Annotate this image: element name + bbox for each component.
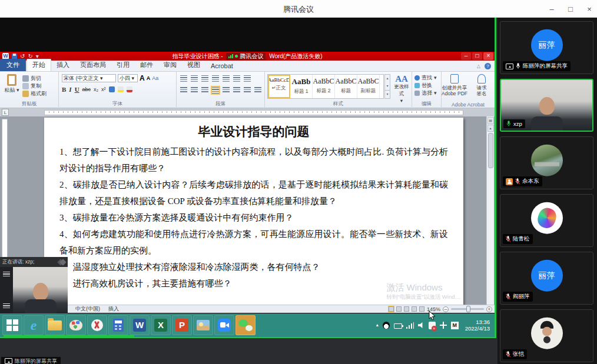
taskbar-wechat[interactable]: [236, 315, 256, 335]
start-button[interactable]: [2, 315, 22, 335]
participant-tile-screenshare[interactable]: 丽萍 陈丽萍的屏幕共享: [500, 21, 593, 74]
speaker-overlay[interactable]: 正在讲话: xzp;: [0, 257, 68, 313]
shading-icon[interactable]: [244, 87, 251, 93]
input-method-icon[interactable]: M: [451, 322, 459, 329]
align-center-icon[interactable]: [191, 87, 198, 93]
action-center-icon[interactable]: [429, 322, 436, 329]
show-marks-icon[interactable]: [244, 75, 251, 82]
scrollbar-thumb[interactable]: [488, 133, 493, 168]
tab-acrobat[interactable]: Acrobat: [205, 61, 238, 71]
line-spacing-icon[interactable]: [233, 87, 240, 93]
view-web-icon[interactable]: [404, 306, 409, 312]
style-normal[interactable]: AaBbCcDd ↵正文: [268, 75, 290, 98]
taskbar-clock[interactable]: 13:36 2022/4/13: [465, 319, 490, 332]
change-styles-button[interactable]: AA 更改样式 ▾: [392, 74, 411, 103]
taskbar-tencent-meeting[interactable]: [214, 315, 234, 335]
taskbar-paint[interactable]: [66, 315, 86, 335]
subscript-button[interactable]: x₂: [94, 86, 98, 92]
tab-home[interactable]: 开始: [26, 59, 51, 71]
request-signature-button[interactable]: 请求 签名: [469, 74, 495, 96]
close-icon[interactable]: ×: [585, 5, 593, 14]
tab-view[interactable]: 视图: [182, 59, 205, 71]
style-heading2[interactable]: AaBbC 标题 2: [313, 75, 335, 98]
bullets-icon[interactable]: [180, 75, 187, 82]
status-language[interactable]: 中文(中国): [75, 305, 100, 313]
underline-button[interactable]: U: [75, 86, 79, 93]
menu-icon[interactable]: [3, 272, 10, 277]
help-icon[interactable]: ?: [485, 63, 491, 69]
format-painter-button[interactable]: 格式刷: [22, 90, 47, 98]
taskbar-excel[interactable]: X: [151, 315, 171, 335]
redo-icon[interactable]: ↻: [28, 54, 32, 59]
font-size-select[interactable]: 小四 ▾: [118, 74, 138, 82]
zoom-out-button[interactable]: –: [443, 306, 449, 312]
taskbar-internet-explorer[interactable]: e: [24, 315, 44, 335]
document-page[interactable]: 毕业设计指导的问题 1、想了解一下设计院目前施工图设计的设计内容和流程，以及每部…: [44, 118, 463, 305]
strikethrough-button[interactable]: abc: [82, 86, 91, 92]
italic-button[interactable]: I: [69, 86, 71, 93]
qat-dropdown-icon[interactable]: ▾: [36, 54, 39, 59]
select-button[interactable]: 选择 ▾: [414, 89, 437, 97]
taskbar-calculator[interactable]: [108, 315, 128, 335]
paste-button[interactable]: 粘贴 ▾: [4, 74, 20, 99]
qq-tray-icon[interactable]: [383, 322, 390, 329]
cut-button[interactable]: 剪切: [22, 75, 47, 82]
participant-tile-luqingsong[interactable]: 陆青松: [500, 194, 593, 247]
word-restore-icon[interactable]: □: [472, 52, 482, 60]
tab-page-layout[interactable]: 页面布局: [75, 59, 111, 71]
view-outline-icon[interactable]: [412, 306, 417, 312]
tab-references[interactable]: 引用: [111, 59, 135, 71]
ruler-toggle-icon[interactable]: ▤: [487, 117, 494, 124]
justify-icon[interactable]: [212, 87, 219, 93]
shrink-font-button[interactable]: A: [147, 75, 151, 81]
zoom-in-button[interactable]: +: [486, 306, 492, 312]
undo-icon[interactable]: ↺: [20, 54, 25, 59]
view-print-layout-icon[interactable]: [389, 306, 394, 312]
self-video-preview[interactable]: [13, 267, 68, 313]
horizontal-ruler[interactable]: [44, 110, 463, 115]
borders-icon[interactable]: [254, 87, 261, 93]
tab-file[interactable]: 文件: [0, 59, 26, 71]
grow-font-button[interactable]: A: [140, 74, 145, 82]
replace-button[interactable]: 替换: [414, 82, 437, 89]
decrease-indent-icon[interactable]: [212, 75, 219, 82]
font-color-icon[interactable]: [127, 86, 132, 92]
style-heading1[interactable]: AaBb 标题 1: [290, 75, 313, 98]
speaker-icon[interactable]: [418, 322, 424, 329]
vertical-ruler[interactable]: [2, 119, 8, 260]
increase-indent-icon[interactable]: [223, 75, 230, 82]
network-signal-icon[interactable]: [406, 322, 414, 329]
status-insert-mode[interactable]: 插入: [108, 305, 119, 313]
zoom-slider[interactable]: [451, 308, 484, 310]
zoom-slider-thumb[interactable]: [466, 306, 470, 312]
taskbar-photos[interactable]: [193, 315, 213, 335]
participant-tile-yanliping[interactable]: 丽萍 阎丽萍: [500, 252, 593, 305]
scroll-up-icon[interactable]: ▴: [487, 125, 494, 132]
taskbar-word[interactable]: W: [130, 315, 150, 335]
maximize-icon[interactable]: □: [566, 5, 575, 14]
styles-gallery-scroll[interactable]: ▴ ▾ ▾: [384, 74, 390, 99]
style-title[interactable]: AaBbC 标题: [335, 75, 357, 98]
battery-icon[interactable]: [394, 323, 402, 329]
tray-expand-icon[interactable]: ▴: [376, 313, 379, 337]
style-subtitle[interactable]: AaBbC 副标题: [357, 75, 380, 98]
tab-mailings[interactable]: 邮件: [135, 59, 158, 71]
tab-review[interactable]: 审阅: [158, 59, 182, 71]
view-draft-icon[interactable]: [419, 306, 424, 312]
align-right-icon[interactable]: [201, 87, 208, 93]
participant-tile-zhangkai[interactable]: 张恺: [500, 309, 593, 362]
taskbar-snipping-tool[interactable]: [87, 315, 107, 335]
save-icon[interactable]: [12, 54, 17, 59]
font-name-select[interactable]: 宋体 (中文正文 ▾: [62, 74, 116, 82]
distribute-icon[interactable]: [223, 87, 230, 93]
tab-insert[interactable]: 插入: [51, 59, 75, 71]
find-button[interactable]: 查找 ▾: [414, 74, 437, 82]
multilevel-list-icon[interactable]: [201, 75, 208, 82]
participant-tile-xzp[interactable]: xzp: [500, 79, 593, 132]
word-close-icon[interactable]: ×: [483, 52, 493, 60]
highlight-color-icon[interactable]: [118, 86, 124, 92]
change-case-button[interactable]: Aa: [152, 75, 158, 81]
tab-selector[interactable]: L: [2, 109, 9, 116]
minimize-ribbon-icon[interactable]: △: [477, 64, 480, 69]
taskbar-powerpoint[interactable]: P: [172, 315, 192, 335]
